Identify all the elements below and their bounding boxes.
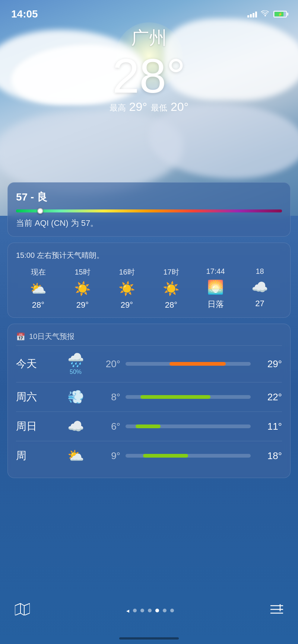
hour-label: 17时	[163, 267, 179, 277]
day-temp-high: 29°	[256, 358, 282, 370]
day-temp-high: 22°	[256, 391, 282, 403]
status-time: 14:05	[11, 8, 38, 20]
day-temp-high: 11°	[256, 421, 282, 432]
hour-temp: 日落	[207, 299, 224, 310]
hour-icon: ☁️	[251, 279, 268, 295]
day-temp-low: 9°	[91, 450, 120, 462]
calendar-icon: 📅	[16, 332, 25, 341]
aqi-title: 57 - 良	[16, 190, 282, 204]
dot-3[interactable]	[148, 609, 152, 612]
forecast-note: 15:00 左右预计天气晴朗。	[16, 250, 282, 260]
hourly-row: 现在 ⛅ 28° 15时 ☀️ 29° 16时 ☀️ 29° 17时 ☀️ 28…	[16, 267, 282, 310]
dot-4[interactable]	[155, 609, 159, 612]
hour-icon: ⛅	[30, 281, 47, 297]
hour-label: 17:44	[206, 267, 225, 276]
temp-bar-wrap	[126, 454, 251, 458]
low-label: 最低 20°	[151, 100, 188, 114]
hour-icon: ☀️	[118, 281, 135, 297]
day-row: 周日 ☁️ 6° 11°	[16, 411, 282, 441]
map-icon[interactable]	[15, 603, 30, 618]
location-dot: ◂	[126, 607, 129, 614]
day-icon: 💨	[61, 389, 91, 405]
day-row: 今天 🌧️50% 20° 29°	[16, 345, 282, 382]
hour-temp: 28°	[165, 300, 177, 310]
dot-1[interactable]	[133, 609, 137, 612]
day-icon: 🌧️50%	[61, 352, 91, 375]
aqi-card: 57 - 良 当前 AQI (CN) 为 57。	[7, 182, 291, 237]
hour-temp: 29°	[76, 300, 89, 310]
day-icon: ☁️	[61, 419, 91, 434]
hour-icon: ☀️	[74, 281, 91, 297]
hour-label: 16时	[119, 267, 134, 277]
hour-item: 17时 ☀️ 28°	[149, 267, 193, 310]
temp-bar-wrap	[126, 424, 251, 428]
hour-icon: ☀️	[163, 281, 180, 297]
day-icon: ⛅	[61, 448, 91, 464]
hour-label: 18	[256, 267, 264, 276]
hour-item: 18 ☁️ 27	[238, 267, 282, 310]
day-name: 周六	[16, 390, 61, 404]
hour-label: 现在	[31, 267, 46, 277]
forecast-header-label: 10日天气预报	[29, 331, 74, 342]
weather-header: 广州 28° 最高 29° 最低 20°	[0, 26, 298, 114]
high-label: 最高 29°	[110, 100, 147, 114]
svg-marker-0	[15, 603, 30, 615]
hour-icon: 🌅	[207, 279, 224, 295]
day-temp-low: 8°	[91, 391, 120, 403]
day-temp-low: 20°	[91, 358, 120, 370]
hour-item: 15时 ☀️ 29°	[60, 267, 105, 310]
day-row: 周 ⛅ 9° 18°	[16, 441, 282, 470]
day-row: 周六 💨 8° 22°	[16, 382, 282, 411]
battery-icon: ⚡	[273, 11, 287, 17]
page-dots: ◂	[126, 607, 174, 614]
wifi-icon	[261, 10, 270, 18]
current-temperature: 28°	[0, 52, 298, 100]
temp-bar-wrap	[126, 395, 251, 399]
hour-item: 16时 ☀️ 29°	[105, 267, 149, 310]
hour-item: 现在 ⛅ 28°	[16, 267, 60, 310]
hour-item: 17:44 🌅 日落	[193, 267, 238, 310]
day-name: 周	[16, 449, 61, 463]
home-indicator	[119, 637, 179, 640]
city-name: 广州	[0, 26, 298, 50]
aqi-description: 当前 AQI (CN) 为 57。	[16, 218, 282, 229]
day-name: 周日	[16, 419, 61, 433]
hour-temp: 28°	[32, 300, 44, 310]
temp-bar-wrap	[126, 362, 251, 366]
status-bar: 14:05 ⚡	[0, 0, 298, 22]
dot-6[interactable]	[170, 609, 174, 612]
cards-container: 57 - 良 当前 AQI (CN) 为 57。 15:00 左右预计天气晴朗。…	[7, 182, 291, 484]
bottom-toolbar: ◂	[0, 596, 298, 625]
aqi-marker	[37, 208, 43, 214]
list-icon[interactable]	[270, 604, 283, 617]
dot-5[interactable]	[163, 609, 167, 612]
hourly-forecast-card: 15:00 左右预计天气晴朗。 现在 ⛅ 28° 15时 ☀️ 29° 16时 …	[7, 243, 291, 318]
hour-temp: 29°	[121, 300, 133, 310]
forecast-header: 📅 10日天气预报	[16, 331, 282, 342]
day-temp-high: 18°	[256, 450, 282, 462]
day-name: 今天	[16, 357, 61, 371]
day-temp-low: 6°	[91, 421, 120, 432]
status-icons: ⚡	[247, 10, 287, 18]
hour-temp: 27	[255, 299, 264, 308]
10day-forecast-card: 📅 10日天气预报 今天 🌧️50% 20° 29° 周六 💨 8° 22° 周…	[7, 324, 291, 478]
dot-2[interactable]	[140, 609, 144, 612]
signal-icon	[247, 11, 257, 17]
hour-label: 15时	[74, 267, 90, 277]
aqi-bar	[16, 209, 282, 212]
